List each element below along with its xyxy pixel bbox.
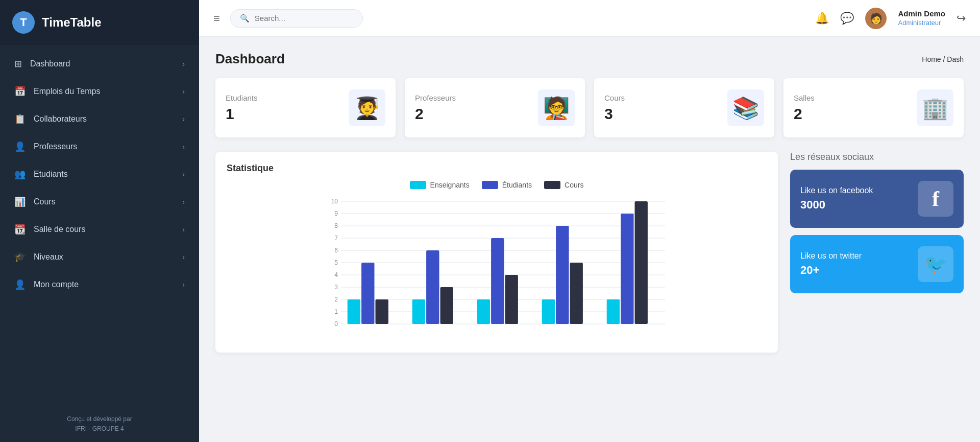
nav-item-left: 👤 Mon compte: [14, 279, 79, 290]
svg-text:9: 9: [334, 210, 338, 217]
nav-label-niveaux: Niveaux: [34, 252, 63, 262]
svg-rect-23: [361, 263, 374, 324]
nav-icon-compte: 👤: [14, 279, 26, 290]
sidebar-item-dashboard[interactable]: ⊞ Dashboard ›: [0, 50, 199, 78]
social-icon-facebook: f: [918, 181, 953, 217]
stat-label-3: Salles: [794, 94, 815, 102]
svg-rect-31: [542, 299, 555, 324]
notification-icon[interactable]: 🔔: [815, 12, 829, 25]
nav-icon-salle: 📆: [14, 224, 26, 235]
social-section-title: Les réseaux sociaux: [790, 152, 964, 162]
sidebar-item-compte[interactable]: 👤 Mon compte ›: [0, 271, 199, 298]
nav-icon-cours: 📊: [14, 196, 26, 207]
sidebar-item-professeurs[interactable]: 👤 Professeurs ›: [0, 133, 199, 160]
nav-label-emplois: Emplois du Temps: [34, 87, 100, 96]
nav-label-cours: Cours: [34, 197, 56, 206]
stat-value-0: 1: [226, 105, 258, 123]
nav-item-left: 📋 Collaborateurs: [14, 113, 87, 125]
svg-rect-36: [635, 201, 648, 324]
bar-chart: 012345678910: [227, 196, 767, 339]
svg-text:4: 4: [334, 271, 338, 278]
svg-text:2: 2: [334, 296, 338, 303]
page-header: Dashboard Home / Dash: [215, 51, 964, 67]
svg-rect-29: [491, 238, 504, 324]
page-title: Dashboard: [215, 51, 285, 67]
stat-label-1: Professeurs: [415, 94, 456, 102]
social-name-twitter: Like us on twitter: [800, 251, 862, 261]
svg-rect-35: [621, 214, 633, 324]
stat-info-1: Professeurs 2: [415, 94, 456, 123]
svg-rect-34: [607, 299, 620, 324]
svg-text:3: 3: [334, 284, 338, 291]
svg-rect-28: [477, 299, 490, 324]
stat-value-2: 3: [604, 105, 625, 123]
stat-info-3: Salles 2: [794, 94, 815, 123]
topbar-right: 🔔 💬 🧑 Admin Demo Administrateur ↪: [815, 8, 966, 29]
stat-info-0: Etudiants 1: [226, 94, 258, 123]
user-role: Administrateur: [898, 19, 945, 28]
search-icon: 🔍: [240, 14, 250, 23]
chart-svg-wrapper: 012345678910: [227, 196, 767, 341]
social-section: Les réseaux sociaux Like us on facebook …: [790, 152, 964, 353]
search-input[interactable]: [255, 14, 353, 22]
nav-icon-emplois: 📅: [14, 86, 26, 97]
avatar: 🧑: [865, 8, 887, 29]
bottom-row: Statistique Enseignants Étudiants Cours …: [215, 152, 964, 353]
social-text-twitter: Like us on twitter 20+: [800, 251, 862, 277]
svg-rect-22: [348, 299, 360, 324]
chevron-icon: ›: [182, 225, 185, 234]
user-name: Admin Demo: [898, 9, 945, 19]
svg-text:1: 1: [334, 308, 338, 315]
svg-rect-26: [426, 250, 439, 324]
app-title: TimeTable: [42, 15, 101, 30]
logout-icon[interactable]: ↪: [957, 12, 966, 25]
stat-image-1: 🧑‍🏫: [538, 89, 575, 126]
sidebar-item-cours[interactable]: 📊 Cours ›: [0, 188, 199, 216]
svg-text:7: 7: [334, 235, 338, 242]
social-count-twitter: 20+: [800, 264, 862, 277]
svg-rect-33: [570, 263, 583, 324]
nav-item-left: 👥 Etudiants: [14, 169, 68, 180]
social-icon-twitter: 🐦: [918, 246, 953, 282]
app-logo: T: [12, 11, 35, 34]
chevron-icon: ›: [182, 253, 185, 261]
social-card-facebook[interactable]: Like us on facebook 3000 f: [790, 170, 964, 228]
stat-value-3: 2: [794, 105, 815, 123]
nav-item-left: 📅 Emplois du Temps: [14, 86, 100, 97]
svg-rect-30: [505, 275, 518, 324]
nav-label-etudiants: Etudiants: [34, 170, 68, 179]
social-name-facebook: Like us on facebook: [800, 186, 873, 195]
nav-item-left: ⊞ Dashboard: [14, 58, 70, 69]
menu-toggle-button[interactable]: ≡: [213, 12, 220, 25]
sidebar-item-niveaux[interactable]: 🎓 Niveaux ›: [0, 243, 199, 271]
legend-color-1: [482, 181, 498, 189]
breadcrumb-home[interactable]: Home: [922, 55, 941, 63]
sidebar-header: T TimeTable: [0, 0, 199, 45]
legend-color-0: [410, 181, 426, 189]
sidebar-item-etudiants[interactable]: 👥 Etudiants ›: [0, 160, 199, 188]
social-count-facebook: 3000: [800, 198, 873, 212]
message-icon[interactable]: 💬: [840, 12, 854, 25]
svg-rect-25: [412, 299, 425, 324]
breadcrumb: Home / Dash: [922, 55, 964, 63]
social-text-facebook: Like us on facebook 3000: [800, 186, 873, 212]
nav-label-salle: Salle de cours: [34, 225, 85, 234]
nav-icon-niveaux: 🎓: [14, 251, 26, 263]
stat-info-2: Cours 3: [604, 94, 625, 123]
chevron-icon: ›: [182, 281, 185, 289]
chart-title: Statistique: [227, 163, 767, 174]
chevron-icon: ›: [182, 170, 185, 178]
sidebar-item-emplois[interactable]: 📅 Emplois du Temps ›: [0, 78, 199, 105]
stat-card-3: Salles 2 🏢: [783, 78, 964, 137]
stat-label-2: Cours: [604, 94, 625, 102]
nav-icon-collaborateurs: 📋: [14, 113, 26, 125]
sidebar-item-collaborateurs[interactable]: 📋 Collaborateurs ›: [0, 105, 199, 133]
svg-text:5: 5: [334, 259, 338, 266]
sidebar-nav: ⊞ Dashboard › 📅 Emplois du Temps › 📋 Col…: [0, 45, 199, 406]
social-card-twitter[interactable]: Like us on twitter 20+ 🐦: [790, 235, 964, 293]
svg-text:6: 6: [334, 247, 338, 254]
chevron-icon: ›: [182, 60, 185, 68]
sidebar-item-salle[interactable]: 📆 Salle de cours ›: [0, 216, 199, 243]
breadcrumb-current: Dash: [947, 55, 964, 63]
nav-label-compte: Mon compte: [34, 280, 79, 289]
